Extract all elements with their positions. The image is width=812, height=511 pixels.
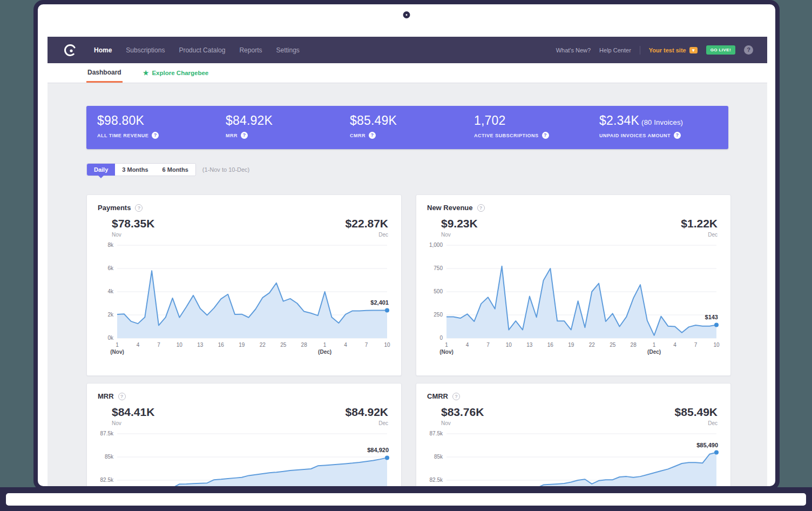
kpi-suffix: (80 Invoices) — [641, 118, 683, 126]
help-icon[interactable] — [241, 132, 248, 139]
svg-text:22: 22 — [260, 342, 266, 348]
period-daily-button[interactable]: Daily — [87, 164, 115, 176]
mrr-card: MRR $84.41K Nov $84.92K Dec 80k82.5k — [86, 383, 402, 490]
kpi-label: ALL TIME REVENUE — [97, 133, 148, 138]
svg-text:8k: 8k — [107, 242, 114, 248]
laptop-base — [3, 490, 809, 508]
kpi-active-subscriptions: 1,702 ACTIVE SUBSCRIPTIONS — [474, 113, 549, 139]
svg-text:16: 16 — [547, 342, 554, 348]
period-6-months-button[interactable]: 6 Months — [155, 164, 195, 176]
month-summary-nov: $83.76K Nov — [441, 406, 484, 426]
card-title: CMRR — [427, 392, 448, 400]
kpi-banner: $98.80K ALL TIME REVENUE $84.92K MRR $85… — [86, 106, 728, 149]
date-range-label: (1-Nov to 10-Dec) — [202, 166, 249, 173]
kpi-cmrr: $85.49K CMRR — [350, 113, 397, 139]
month-summary-dec: $84.92K Dec — [346, 406, 388, 426]
tab-row: Dashboard Explore Chargebee — [48, 63, 767, 83]
svg-text:$84,920: $84,920 — [367, 447, 389, 453]
svg-text:1: 1 — [445, 342, 448, 348]
svg-text:(Dec): (Dec) — [318, 349, 331, 355]
site-switcher[interactable]: Your test site — [649, 47, 698, 53]
svg-text:1: 1 — [116, 342, 119, 348]
cmrr-card: CMRR $83.76K Nov $85.49K Dec 80k82.5 — [416, 383, 731, 490]
svg-text:(Dec): (Dec) — [647, 349, 661, 355]
card-title: Payments — [98, 204, 131, 212]
svg-text:1,000: 1,000 — [429, 242, 443, 248]
card-title: MRR — [98, 392, 114, 400]
explore-chargebee-link[interactable]: Explore Chargebee — [143, 63, 209, 83]
svg-text:7: 7 — [157, 342, 160, 348]
nav-item-reports[interactable]: Reports — [239, 46, 262, 54]
star-icon — [143, 69, 149, 77]
new-revenue-chart: 02505007501,0001(Nov)47101316192225281(D… — [427, 241, 721, 357]
svg-text:87.5k: 87.5k — [430, 431, 443, 436]
svg-text:28: 28 — [301, 342, 308, 348]
svg-text:250: 250 — [434, 312, 443, 318]
nav-item-subscriptions[interactable]: Subscriptions — [126, 46, 165, 54]
svg-text:10: 10 — [177, 342, 183, 348]
svg-text:25: 25 — [610, 342, 616, 348]
nav-item-home[interactable]: Home — [94, 46, 112, 54]
explore-label: Explore Chargebee — [152, 70, 208, 76]
svg-text:19: 19 — [568, 342, 574, 348]
month-summary-dec: $1.22K Dec — [681, 217, 718, 238]
svg-text:(Nov): (Nov) — [439, 349, 454, 355]
period-3-months-button[interactable]: 3 Months — [115, 164, 155, 176]
help-icon[interactable] — [152, 132, 159, 139]
card-title: New Revenue — [427, 204, 473, 212]
svg-text:82.5k: 82.5k — [100, 477, 114, 483]
kpi-mrr: $84.92K MRR — [226, 113, 273, 139]
svg-text:82.5k: 82.5k — [430, 477, 443, 483]
mrr-chart: 80k82.5k85k87.5k1(Nov)47101316192225281(… — [98, 429, 391, 490]
svg-text:7: 7 — [486, 342, 490, 348]
cmrr-chart: 80k82.5k85k87.5k1(Nov)47101316192225281(… — [427, 429, 721, 490]
go-live-button[interactable]: GO LIVE! — [706, 45, 735, 55]
camera-icon — [403, 11, 410, 18]
svg-text:7: 7 — [694, 342, 698, 348]
help-icon[interactable] — [744, 45, 753, 55]
svg-text:$2,401: $2,401 — [370, 299, 389, 306]
help-icon[interactable] — [452, 393, 460, 400]
kpi-label: ACTIVE SUBSCRIPTIONS — [474, 133, 539, 138]
help-center-link[interactable]: Help Center — [599, 47, 631, 53]
whats-new-link[interactable]: What's New? — [556, 47, 591, 53]
svg-text:19: 19 — [239, 342, 245, 348]
help-icon[interactable] — [542, 132, 549, 139]
nav-item-settings[interactable]: Settings — [276, 46, 299, 54]
svg-text:87.5k: 87.5k — [100, 431, 114, 436]
help-icon[interactable] — [674, 132, 681, 139]
svg-text:10: 10 — [384, 342, 390, 348]
dashboard-content: $98.80K ALL TIME REVENUE $84.92K MRR $85… — [48, 83, 767, 490]
svg-text:4: 4 — [466, 342, 469, 348]
svg-text:4k: 4k — [107, 288, 114, 294]
svg-text:1: 1 — [653, 342, 656, 348]
nav-left: Home Subscriptions Product Catalog Repor… — [64, 44, 300, 57]
period-selector-row: Daily 3 Months 6 Months (1-Nov to 10-Dec… — [86, 163, 728, 176]
nav-item-product-catalog[interactable]: Product Catalog — [179, 46, 225, 54]
svg-text:1: 1 — [323, 342, 327, 348]
kpi-label: UNPAID INVOICES AMOUNT — [599, 133, 671, 138]
svg-text:6k: 6k — [107, 265, 114, 271]
svg-text:$143: $143 — [705, 314, 718, 320]
svg-text:(Nov): (Nov) — [110, 349, 124, 355]
chargebee-logo-icon[interactable] — [64, 44, 77, 57]
site-name: Your test site — [649, 47, 686, 53]
tab-dashboard[interactable]: Dashboard — [86, 63, 123, 83]
svg-text:0: 0 — [439, 335, 443, 341]
monitor-screen: Home Subscriptions Product Catalog Repor… — [33, 0, 780, 490]
kpi-value: $2.34K — [599, 113, 639, 127]
help-icon[interactable] — [118, 393, 126, 400]
help-icon[interactable] — [135, 204, 143, 212]
svg-text:13: 13 — [526, 342, 533, 348]
help-icon[interactable] — [369, 132, 376, 139]
kpi-value: $98.80K — [97, 113, 159, 128]
kpi-label: CMRR — [350, 133, 366, 138]
month-summary-dec: $85.49K Dec — [675, 406, 718, 426]
svg-text:750: 750 — [434, 265, 443, 271]
nav-right: What's New? Help Center Your test site G… — [556, 45, 753, 55]
svg-text:10: 10 — [713, 342, 720, 348]
kpi-unpaid-invoices: $2.34K(80 Invoices) UNPAID INVOICES AMOU… — [599, 113, 683, 139]
svg-text:28: 28 — [631, 342, 637, 348]
month-summary-nov: $84.41K Nov — [112, 406, 154, 426]
help-icon[interactable] — [477, 204, 485, 212]
